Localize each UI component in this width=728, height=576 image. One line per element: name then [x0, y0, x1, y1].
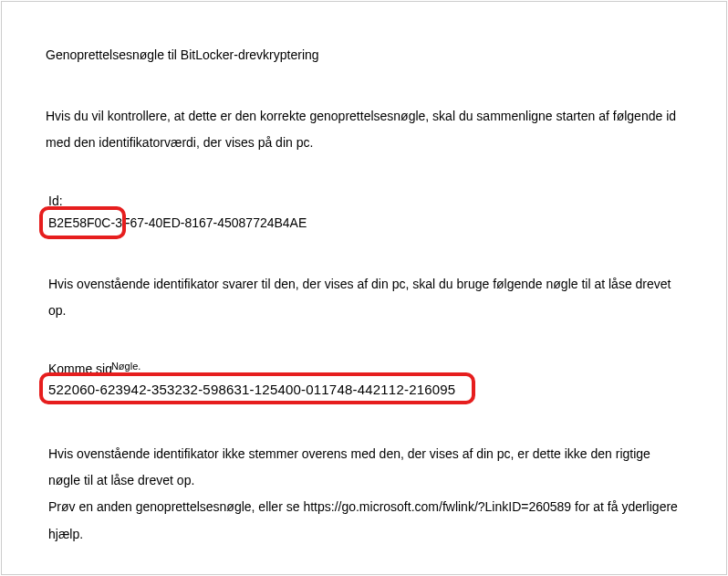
- recovery-key-label-1: Komme sig: [48, 361, 112, 376]
- recovery-key-value: 522060-623942-353232-598631-125400-01174…: [43, 382, 455, 397]
- recovery-key-label-line: Komme sig Nøgle.: [48, 361, 681, 376]
- verify-id-instruction: Hvis du vil kontrollere, at dette er den…: [46, 103, 681, 157]
- footer-instruction: Hvis ovenstående identifikator ikke stem…: [48, 441, 681, 549]
- bitlocker-recovery-document: Genoprettelsesnøgle til BitLocker-drevkr…: [1, 1, 727, 575]
- identifier-label: Id:: [48, 194, 681, 208]
- footer-text-1: Hvis ovenstående identifikator ikke stem…: [48, 446, 650, 487]
- identifier-line: B2E58F0C-3F67-40ED-8167-45087724B4AE: [43, 215, 681, 230]
- recovery-key-line: 522060-623942-353232-598631-125400-01174…: [43, 382, 681, 397]
- document-title: Genoprettelsesnøgle til BitLocker-drevkr…: [46, 47, 681, 62]
- identifier-value: B2E58F0C-3F67-40ED-8167-45087724B4AE: [43, 215, 307, 230]
- footer-text-2: Prøv en anden genoprettelsesnøgle, eller…: [48, 499, 678, 540]
- use-key-instruction: Hvis ovenstående identifikator svarer ti…: [48, 271, 681, 325]
- recovery-key-label-2: Nøgle.: [111, 361, 140, 372]
